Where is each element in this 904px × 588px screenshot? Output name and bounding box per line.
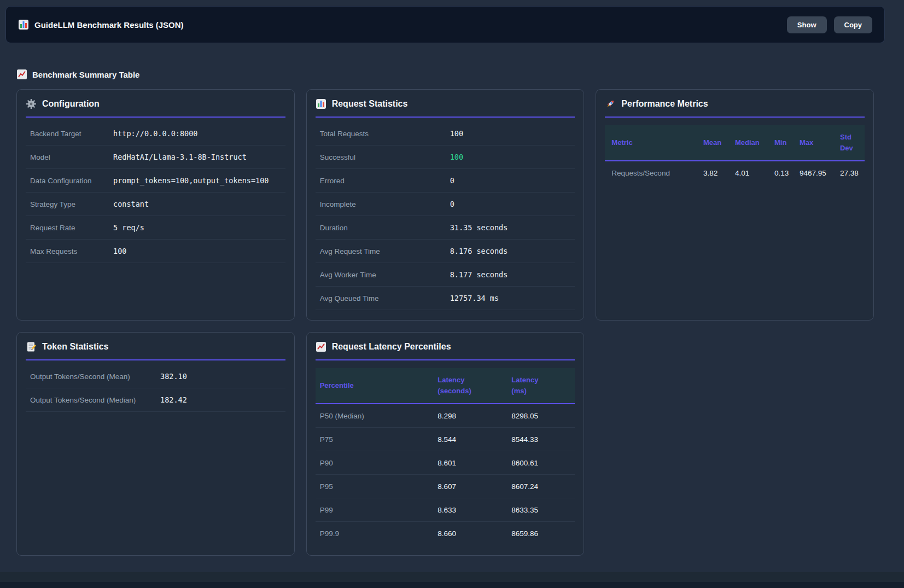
stat-value: 8.177 seconds xyxy=(450,270,575,279)
stat-row: Output Tokens/Second (Median)182.42 xyxy=(26,388,285,412)
column-header: Metric xyxy=(605,137,703,148)
stat-value: 5 req/s xyxy=(113,223,285,232)
latency-seconds: 8.601 xyxy=(438,459,511,467)
configuration-card: Configuration Backend Targethttp://0.0.0… xyxy=(16,89,295,321)
stat-label: Output Tokens/Second (Median) xyxy=(30,396,160,404)
section-title-text: Benchmark Summary Table xyxy=(32,70,139,79)
percentile-name: P99.9 xyxy=(316,529,438,538)
metric-min: 0.13 xyxy=(774,169,800,177)
metric-mean: 3.82 xyxy=(703,169,735,177)
performance-metrics-title-text: Performance Metrics xyxy=(621,99,708,109)
stat-value: 0 xyxy=(450,176,575,185)
token-statistics-card: Token Statistics Output Tokens/Second (M… xyxy=(16,332,295,556)
summary-cards: Configuration Backend Targethttp://0.0.0… xyxy=(16,89,874,556)
request-statistics-card-title: Request Statistics xyxy=(316,98,575,109)
bar-chart-icon xyxy=(18,19,29,30)
table-row: P95 8.607 8607.24 xyxy=(316,475,575,498)
table-row: P50 (Median) 8.298 8298.05 xyxy=(316,404,575,428)
latency-ms: 8633.35 xyxy=(511,506,575,514)
latency-percentiles-card-title: Request Latency Percentiles xyxy=(316,341,575,352)
latency-ms: 8600.61 xyxy=(511,459,575,467)
stat-value: 12757.34 ms xyxy=(450,294,575,302)
latency-ms: 8298.05 xyxy=(511,412,575,420)
table-row: Requests/Second 3.82 4.01 0.13 9467.95 2… xyxy=(605,161,865,185)
stat-value: RedHatAI/Llama-3.1-8B-Instruct xyxy=(113,153,285,161)
latency-seconds: 8.660 xyxy=(438,529,511,538)
stat-label: Avg Worker Time xyxy=(320,271,450,279)
stat-value: constant xyxy=(113,200,285,208)
stat-row: ModelRedHatAI/Llama-3.1-8B-Instruct xyxy=(26,145,285,169)
stat-value-success: 100 xyxy=(450,153,575,161)
stat-row: Max Requests100 xyxy=(26,240,285,263)
latency-ms: 8659.86 xyxy=(511,529,575,538)
column-header: Latency (seconds) xyxy=(438,375,511,397)
request-statistics-title-text: Request Statistics xyxy=(332,99,408,109)
table-header-row: Metric Mean Median Min Max Std Dev xyxy=(605,125,865,161)
token-statistics-title-text: Token Statistics xyxy=(42,342,109,352)
table-row: P90 8.601 8600.61 xyxy=(316,451,575,475)
percentile-name: P99 xyxy=(316,506,438,514)
title-bar: GuideLLM Benchmark Results (JSON) Show C… xyxy=(5,6,885,43)
table-row: P99.9 8.660 8659.86 xyxy=(316,522,575,545)
performance-metrics-card: Performance Metrics Metric Mean Median M… xyxy=(596,89,874,321)
stat-label: Errored xyxy=(320,177,450,185)
stat-row: Incomplete0 xyxy=(316,193,575,216)
chart-increasing-icon xyxy=(316,341,326,352)
stat-value: prompt_tokens=100,output_tokens=100 xyxy=(113,176,285,185)
accent-rule xyxy=(26,117,285,118)
page-title: GuideLLM Benchmark Results (JSON) xyxy=(18,19,184,30)
stat-label: Duration xyxy=(320,224,450,232)
bar-chart-icon xyxy=(316,98,326,109)
page-title-text: GuideLLM Benchmark Results (JSON) xyxy=(34,20,184,30)
table-row: P99 8.633 8633.35 xyxy=(316,498,575,522)
latency-percentiles-card: Request Latency Percentiles Percentile L… xyxy=(306,332,585,556)
stat-row: Errored0 xyxy=(316,169,575,193)
section-bottom-band xyxy=(0,572,904,582)
metric-stddev: 27.38 xyxy=(840,169,865,177)
latency-percentiles-table: Percentile Latency (seconds) Latency (ms… xyxy=(316,368,575,545)
percentile-name: P75 xyxy=(316,435,438,444)
latency-percentiles-title-text: Request Latency Percentiles xyxy=(332,342,451,352)
copy-button[interactable]: Copy xyxy=(834,16,873,33)
stat-label: Output Tokens/Second (Mean) xyxy=(30,372,160,381)
latency-ms: 8607.24 xyxy=(511,482,575,491)
stat-row: Avg Request Time8.176 seconds xyxy=(316,240,575,263)
accent-rule xyxy=(316,359,575,360)
request-statistics-card: Request Statistics Total Requests100 Suc… xyxy=(306,89,585,321)
column-header: Percentile xyxy=(316,380,438,391)
stat-row: Duration31.35 seconds xyxy=(316,216,575,240)
column-header: Median xyxy=(735,137,774,148)
stat-value: 100 xyxy=(450,129,575,138)
latency-seconds: 8.298 xyxy=(438,412,511,420)
stat-label: Request Rate xyxy=(30,224,113,232)
stat-label: Avg Request Time xyxy=(320,247,450,255)
stat-row: Successful100 xyxy=(316,145,575,169)
stat-row: Backend Targethttp://0.0.0.0:8000 xyxy=(26,122,285,145)
metric-max: 9467.95 xyxy=(800,169,840,177)
chart-increasing-icon xyxy=(16,69,27,80)
header-actions: Show Copy xyxy=(787,16,872,33)
memo-icon xyxy=(26,341,37,352)
percentile-name: P95 xyxy=(316,482,438,491)
stat-value: 382.10 xyxy=(160,372,285,381)
stat-row: Data Configurationprompt_tokens=100,outp… xyxy=(26,169,285,193)
stat-label: Data Configuration xyxy=(30,177,113,185)
show-button[interactable]: Show xyxy=(787,16,827,33)
stat-label: Max Requests xyxy=(30,247,113,255)
rocket-icon xyxy=(605,98,616,109)
stat-row: Avg Worker Time8.177 seconds xyxy=(316,263,575,287)
stat-value: 31.35 seconds xyxy=(450,223,575,232)
stat-value: 0 xyxy=(450,200,575,208)
gear-icon xyxy=(26,98,37,109)
stat-row: Total Requests100 xyxy=(316,122,575,145)
stat-row: Output Tokens/Second (Mean)382.10 xyxy=(26,365,285,388)
column-header: Mean xyxy=(703,137,735,148)
column-header: Max xyxy=(800,137,840,148)
latency-seconds: 8.633 xyxy=(438,506,511,514)
stat-label: Total Requests xyxy=(320,130,450,138)
configuration-rows: Backend Targethttp://0.0.0.0:8000 ModelR… xyxy=(26,122,285,263)
stat-label: Incomplete xyxy=(320,200,450,208)
column-header: Std Dev xyxy=(840,132,865,154)
percentile-name: P50 (Median) xyxy=(316,412,438,420)
latency-ms: 8544.33 xyxy=(511,435,575,444)
